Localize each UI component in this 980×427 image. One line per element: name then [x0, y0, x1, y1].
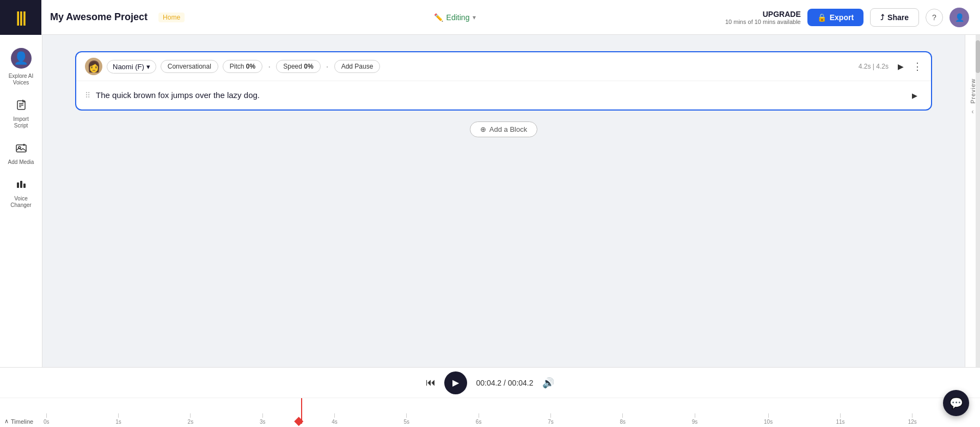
voice-name-button[interactable]: Naomi (F) ▾ [107, 60, 156, 74]
block-more-button[interactable]: ⋮ [912, 60, 922, 72]
explore-voices-avatar: 👤 [11, 48, 32, 69]
tick-12s: 12s [908, 413, 917, 425]
avatar-initial: 👤 [955, 13, 964, 22]
header-center: ✏️ Editing ▾ [193, 13, 716, 22]
share-label: Share [887, 13, 909, 22]
add-block-label: Add a Block [489, 125, 527, 133]
chat-icon: 💬 [950, 396, 963, 410]
tick-8s: 8s [620, 413, 626, 425]
help-button[interactable]: ? [926, 9, 943, 26]
volume-button[interactable]: 🔊 [542, 377, 554, 389]
voice-name: Naomi (F) [113, 63, 144, 71]
speed-button[interactable]: Speed 0% [276, 60, 320, 73]
tick-7s: 7s [548, 413, 554, 425]
transport-bar: ⏮ ▶ 00:04.2 / 00:04.2 🔊 [0, 368, 980, 398]
main-play-icon: ▶ [452, 377, 459, 388]
sidebar-voice-changer-label: VoiceChanger [10, 196, 31, 209]
timeline-toggle[interactable]: ∧ Timeline [4, 418, 33, 425]
main-layout: 👤 Explore AIVoices ImportScript Add Medi… [0, 35, 980, 367]
import-script-icon [15, 99, 27, 114]
timeline-toggle-label: Timeline [11, 418, 33, 425]
editing-label: Editing [446, 13, 470, 22]
share-button[interactable]: ⤴ Share [870, 8, 919, 27]
voice-avatar: 👩 [85, 58, 102, 75]
timeline-ruler[interactable]: 0s1s2s3s4s5s6s7s8s9s10s11s12s13s [44, 398, 980, 427]
user-avatar[interactable]: 👤 [950, 8, 969, 27]
preview-label[interactable]: Preview [970, 78, 976, 103]
add-media-icon [15, 142, 27, 157]
block-duration: 4.2s | 4.2s [859, 63, 889, 70]
tick-5s: 5s [404, 413, 410, 425]
editing-status[interactable]: ✏️ Editing ▾ [434, 13, 476, 22]
preview-chevron-icon[interactable]: ‹ [972, 108, 974, 115]
main-play-button[interactable]: ▶ [444, 371, 467, 394]
svg-rect-7 [20, 181, 22, 188]
sidebar-explore-label: Explore AIVoices [9, 73, 34, 86]
svg-rect-8 [23, 184, 26, 188]
export-button[interactable]: 🔒 Export [807, 9, 863, 26]
block-play-button[interactable]: ▶ [893, 59, 908, 74]
upgrade-area[interactable]: UPGRADE 10 mins of 10 mins available [725, 10, 801, 25]
tick-1s: 1s [115, 413, 121, 425]
chevron-up-icon: ∧ [4, 418, 9, 425]
breadcrumb-home[interactable]: Home [158, 13, 185, 22]
content-area: 👩 Naomi (F) ▾ Conversational Pitch 0% · … [42, 35, 965, 367]
tick-10s: 10s [764, 413, 773, 425]
line-play-button[interactable]: ▶ [907, 88, 922, 103]
add-block-button[interactable]: ⊕ Add a Block [470, 121, 537, 137]
voice-style: Conversational [168, 63, 211, 70]
timeline-area: ∧ Timeline 0s1s2s3s4s5s6s7s8s9s10s11s12s… [0, 398, 980, 427]
sidebar: 👤 Explore AIVoices ImportScript Add Medi… [0, 35, 42, 367]
logo: ||| [0, 0, 41, 35]
script-text[interactable]: The quick brown fox jumps over the lazy … [96, 89, 902, 102]
sidebar-item-add-media[interactable]: Add Media [3, 138, 40, 170]
scrollbar-track[interactable] [976, 35, 980, 367]
tick-11s: 11s [836, 413, 844, 425]
sidebar-import-label: ImportScript [13, 116, 28, 129]
add-pause-button[interactable]: Add Pause [334, 60, 381, 73]
total-time: 00:04.2 [508, 379, 534, 387]
sidebar-item-import-script[interactable]: ImportScript [3, 95, 40, 133]
add-block-plus-icon: ⊕ [480, 125, 486, 133]
tick-4s: 4s [332, 413, 338, 425]
logo-icon: ||| [16, 9, 26, 26]
sidebar-item-explore-voices[interactable]: 👤 Explore AIVoices [3, 44, 40, 90]
pitch-label: Pitch [230, 63, 244, 70]
style-button[interactable]: Conversational [161, 60, 218, 73]
more-icon: ⋮ [912, 60, 922, 72]
divider: · [268, 61, 271, 72]
voice-block-header: 👩 Naomi (F) ▾ Conversational Pitch 0% · … [76, 52, 931, 81]
breadcrumb: Home [158, 13, 185, 22]
export-label: Export [830, 13, 854, 22]
tick-3s: 3s [260, 413, 266, 425]
timeline-label: ∧ Timeline [0, 398, 44, 427]
tick-2s: 2s [188, 413, 194, 425]
speed-value: 0% [304, 63, 313, 70]
drag-handle-icon: ⠿ [85, 91, 90, 100]
volume-icon: 🔊 [542, 377, 554, 388]
pitch-value: 0% [246, 63, 255, 70]
preview-panel: Preview ‹ [965, 35, 980, 367]
scrollbar-thumb[interactable] [976, 40, 980, 73]
time-display: 00:04.2 / 00:04.2 [476, 379, 533, 387]
upgrade-sub: 10 mins of 10 mins available [725, 19, 801, 25]
project-title: My Awesome Project [50, 11, 148, 23]
skip-back-button[interactable]: ⏮ [426, 377, 436, 388]
pitch-button[interactable]: Pitch 0% [223, 60, 262, 73]
divider2: · [326, 61, 329, 72]
voice-changer-icon [15, 179, 27, 193]
play-icon: ▶ [898, 62, 904, 71]
help-icon: ? [932, 13, 936, 22]
tick-6s: 6s [476, 413, 482, 425]
svg-rect-4 [16, 145, 26, 152]
chat-fab-button[interactable]: 💬 [943, 390, 969, 416]
voice-chevron-icon: ▾ [146, 63, 150, 71]
sidebar-item-voice-changer[interactable]: VoiceChanger [3, 174, 40, 213]
tick-0s: 0s [44, 413, 50, 425]
line-play-icon: ▶ [912, 91, 917, 100]
tick-9s: 9s [692, 413, 698, 425]
time-separator: / [501, 379, 508, 387]
sidebar-media-label: Add Media [8, 159, 34, 166]
editor-main: 👩 Naomi (F) ▾ Conversational Pitch 0% · … [42, 35, 965, 367]
header: ||| My Awesome Project Home ✏️ Editing ▾… [0, 0, 980, 35]
